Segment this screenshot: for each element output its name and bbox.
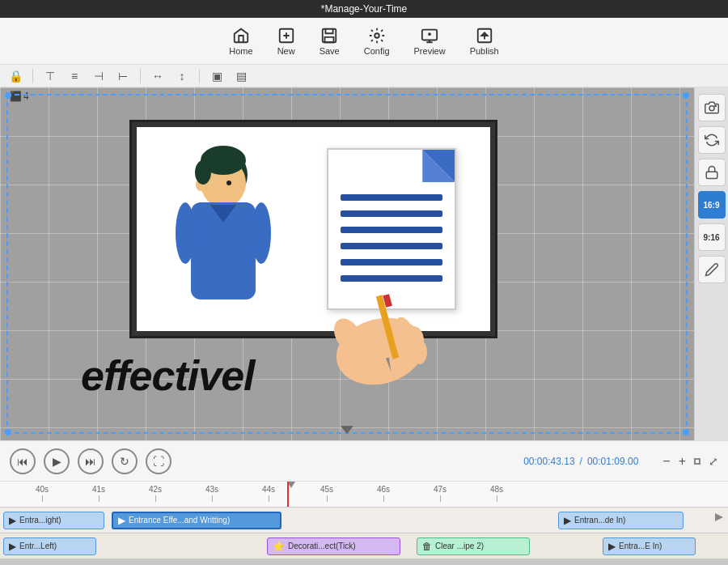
- ratio-9-16-label: 9:16: [703, 233, 719, 242]
- app-title: *Manage-Your-Time: [321, 3, 408, 15]
- ungroup-btn[interactable]: ▤: [232, 67, 250, 85]
- slide-counter: ⬛ 4: [10, 91, 29, 102]
- slide-icon: ⬛: [10, 91, 22, 102]
- ratio-9-16-btn[interactable]: 9:16: [698, 223, 726, 251]
- slide-number: 4: [23, 91, 29, 102]
- ratio-16-9-label: 16:9: [703, 201, 719, 210]
- toolbar-config[interactable]: Config: [364, 27, 390, 56]
- zoom-box-btn[interactable]: [694, 458, 700, 465]
- flip-h-btn[interactable]: ↔: [149, 67, 167, 85]
- doc-line-3: [341, 227, 442, 233]
- svg-point-23: [709, 106, 714, 111]
- timeline-ruler: 40s 41s 42s 43s 44s 45s 46s 47s: [0, 481, 728, 507]
- track-entran-de-in[interactable]: ▶ Entran...de In): [558, 512, 684, 529]
- track-clear-wipe[interactable]: 🗑 Clear ...ipe 2): [417, 537, 530, 555]
- svg-point-2: [375, 33, 379, 38]
- svg-rect-25: [706, 172, 717, 178]
- lock-panel-btn[interactable]: [698, 159, 726, 186]
- zoom-minus-btn[interactable]: −: [662, 454, 670, 469]
- title-bar: *Manage-Your-Time: [0, 0, 728, 18]
- secondary-toolbar: 🔒 ⊤ ≡ ⊣ ⊢ ↔ ↕ ▣ ▤: [0, 65, 728, 87]
- ruler-mark-41: 41s: [92, 485, 105, 502]
- toolbar-new[interactable]: New: [277, 27, 295, 56]
- toolbar-publish-label: Publish: [470, 46, 499, 56]
- svg-point-11: [195, 160, 211, 185]
- track-entrance-writing[interactable]: ▶ Entrance Effe...and Writting): [112, 512, 281, 529]
- play-btn[interactable]: ▶: [44, 448, 70, 474]
- svg-point-9: [226, 181, 231, 185]
- track-entr-left[interactable]: ▶ Entr...Left): [3, 537, 96, 555]
- toolbar-home[interactable]: Home: [229, 27, 252, 56]
- track-entra-right-label: Entra...ight): [19, 516, 61, 525]
- time-controls: 00:00:43.13 / 00:01:09.00: [523, 456, 638, 467]
- camera-btn[interactable]: [698, 94, 726, 121]
- ruler-mark-48: 48s: [490, 485, 503, 502]
- flip-v-btn[interactable]: ↕: [173, 67, 191, 85]
- svg-marker-26: [715, 513, 723, 521]
- group-btn[interactable]: ▣: [208, 67, 226, 85]
- pencil-btn[interactable]: [698, 256, 726, 283]
- align-left-btn[interactable]: ⊣: [90, 67, 108, 85]
- align-right-btn[interactable]: ⊢: [114, 67, 132, 85]
- toolbar-home-label: Home: [229, 46, 252, 56]
- loop-btn[interactable]: ↻: [112, 448, 138, 474]
- align-top-btn[interactable]: ⊤: [41, 67, 59, 85]
- align-vcenter-btn[interactable]: ≡: [66, 67, 83, 85]
- svg-point-24: [714, 105, 716, 107]
- track-entra-e-in[interactable]: ▶ Entra...E In): [603, 537, 696, 555]
- right-panel: 16:9 9:16: [694, 87, 728, 440]
- text-overlay: effectivel: [81, 351, 255, 400]
- toolbar-preview-label: Preview: [414, 46, 446, 56]
- ruler-mark-44: 44s: [262, 485, 275, 502]
- ratio-16-9-btn[interactable]: 16:9: [698, 191, 726, 219]
- current-time: 00:00:43.13: [523, 456, 574, 467]
- track-entrance-writing-label: Entrance Effe...and Writting): [129, 516, 230, 525]
- svg-point-13: [176, 202, 195, 264]
- doc-line-1: [341, 194, 442, 201]
- track-entra-right[interactable]: ▶ Entra...ight): [3, 512, 104, 529]
- svg-point-14: [252, 202, 271, 264]
- doc-line-4: [341, 243, 442, 249]
- track-entran-de-in-label: Entran...de In): [574, 516, 625, 525]
- hand-area: [315, 287, 461, 392]
- track-entra-e-in-label: Entra...E In): [619, 542, 662, 550]
- doc-line-6: [341, 275, 442, 282]
- refresh-btn[interactable]: [698, 126, 726, 154]
- ruler-mark-45: 45s: [320, 485, 333, 502]
- timeline-tracks-row2: ▶ Entr...Left) ⭐ Decorati...ect(Tick) 🗑 …: [0, 533, 728, 559]
- rewind-btn[interactable]: ⏮: [10, 448, 36, 474]
- canvas-area[interactable]: ⬛ 4: [0, 87, 694, 440]
- toolbar-config-label: Config: [364, 46, 390, 56]
- fullscreen-btn[interactable]: ⛶: [146, 448, 171, 474]
- zoom-plus-btn[interactable]: +: [679, 454, 686, 469]
- toolbar-preview[interactable]: Preview: [414, 27, 446, 56]
- track-decorati-tick-label: Decorati...ect(Tick): [288, 542, 356, 550]
- track-decorati-tick[interactable]: ⭐ Decorati...ect(Tick): [267, 537, 400, 555]
- expand-btn[interactable]: ⤢: [709, 455, 718, 468]
- main-area: ⬛ 4: [0, 87, 728, 440]
- main-toolbar: Home New Save Config Preview: [0, 18, 728, 65]
- text-content: effectivel: [81, 352, 255, 399]
- toolbar-publish[interactable]: Publish: [470, 27, 499, 56]
- forward-btn[interactable]: ⏭: [78, 448, 104, 474]
- ruler-mark-43: 43s: [205, 485, 218, 502]
- ruler-mark-42: 42s: [149, 485, 162, 502]
- track-entr-left-label: Entr...Left): [19, 542, 57, 550]
- track-arrow-right[interactable]: [713, 512, 725, 526]
- playhead-line: [287, 482, 289, 507]
- lock-btn[interactable]: 🔒: [6, 67, 24, 85]
- hand-pen-svg: [315, 287, 461, 392]
- toolbar-save[interactable]: Save: [320, 27, 340, 56]
- svg-point-4: [429, 33, 430, 35]
- doc-line-5: [341, 259, 442, 266]
- timeline-tracks-row1: ▶ Entra...ight) ▶ Entrance Effe...and Wr…: [0, 507, 728, 533]
- canvas-playhead: [341, 426, 353, 434]
- ruler-mark-47: 47s: [434, 485, 447, 502]
- track-clear-wipe-label: Clear ...ipe 2): [435, 542, 484, 550]
- document-icon: [327, 148, 456, 310]
- doc-line-2: [341, 210, 442, 217]
- total-time: 00:01:09.00: [587, 456, 638, 467]
- timeline-controls: ⏮ ▶ ⏭ ↻ ⛶ 00:00:43.13 / 00:01:09.00 − + …: [0, 440, 728, 481]
- toolbar-save-label: Save: [320, 46, 340, 56]
- ruler-mark-40: 40s: [36, 485, 49, 502]
